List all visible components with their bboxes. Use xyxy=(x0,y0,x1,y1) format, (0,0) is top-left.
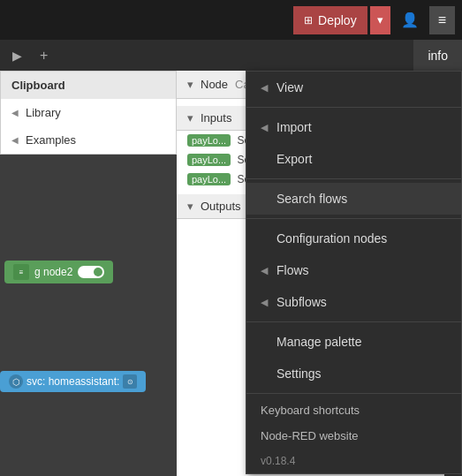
menu-item-flows[interactable]: ◀ Flows xyxy=(246,254,461,286)
outputs-expand-icon: ▾ xyxy=(187,200,193,213)
menu-keyboard-shortcuts-label: Keyboard shortcuts xyxy=(261,404,360,417)
examples-label: Examples xyxy=(26,133,76,147)
menu-item-keyboard-shortcuts[interactable]: Keyboard shortcuts xyxy=(246,397,461,423)
library-label: Library xyxy=(26,106,61,119)
play-icon: ▶ xyxy=(12,49,22,63)
expand-icon: ▾ xyxy=(187,78,193,91)
menu-item-export[interactable]: ◀ Export xyxy=(246,143,461,175)
menu-view-label: View xyxy=(276,80,303,94)
plus-icon: + xyxy=(40,48,48,63)
payload-badge-2: payLo... xyxy=(187,154,231,166)
menu-version: v0.18.4 xyxy=(246,449,461,473)
payload-badge-1: payLo... xyxy=(187,134,231,147)
menu-divider-4 xyxy=(246,321,461,322)
header: ⊞ Deploy ▾ 👤 ≡ xyxy=(0,0,462,40)
ha-node-icon2: ⊙ xyxy=(123,374,137,389)
menu-search-flows-label: Search flows xyxy=(276,192,347,206)
view-arrow-icon: ◀ xyxy=(261,82,268,94)
subflows-arrow-icon: ◀ xyxy=(261,297,268,308)
node-label: g node2 xyxy=(34,266,72,278)
import-arrow-icon: ◀ xyxy=(261,122,268,133)
menu-divider-1 xyxy=(246,107,461,108)
menu-item-node-red-website[interactable]: Node-RED website xyxy=(246,423,461,449)
menu-settings-label: Settings xyxy=(276,366,322,381)
node-blue-icon: ⬡ xyxy=(9,374,23,389)
deploy-button[interactable]: ⊞ Deploy xyxy=(293,6,367,34)
node-icon: ≡ xyxy=(13,264,29,280)
user-icon: 👤 xyxy=(401,11,419,28)
canvas-node-green[interactable]: ≡ g node2 xyxy=(4,261,113,283)
menu-item-configuration-nodes[interactable]: ◀ Configuration nodes xyxy=(246,223,461,254)
dropdown-menu: ◀ View ◀ Import ◀ Export ◀ Search flows … xyxy=(246,71,462,474)
hamburger-menu-button[interactable]: ≡ xyxy=(429,6,455,34)
tab-bar: ▶ + info xyxy=(0,40,462,71)
outputs-label: Outputs xyxy=(201,200,241,213)
menu-divider-3 xyxy=(246,218,461,219)
menu-item-view[interactable]: ◀ View xyxy=(246,72,461,103)
inputs-label: Inputs xyxy=(201,111,231,125)
node-panel-title: Node xyxy=(201,78,228,91)
inputs-expand-icon: ▾ xyxy=(187,111,193,125)
menu-item-settings[interactable]: ◀ Settings xyxy=(246,358,461,389)
menu-export-label: Export xyxy=(276,152,312,166)
payload-badge-3: payLo... xyxy=(187,173,231,185)
ha-node-label: svc: homeassistant: xyxy=(27,375,119,388)
menu-version-label: v0.18.4 xyxy=(261,455,295,467)
clipboard-header[interactable]: Clipboard xyxy=(1,72,176,99)
menu-config-nodes-label: Configuration nodes xyxy=(276,231,387,246)
examples-chevron-icon: ◀ xyxy=(11,135,19,145)
menu-import-label: Import xyxy=(276,120,312,134)
flows-arrow-icon: ◀ xyxy=(261,265,268,276)
examples-item[interactable]: ◀ Examples xyxy=(1,126,176,154)
node-toggle-inner xyxy=(94,268,102,276)
menu-item-import[interactable]: ◀ Import xyxy=(246,111,461,143)
menu-manage-palette-label: Manage palette xyxy=(276,335,362,349)
menu-item-search-flows[interactable]: ◀ Search flows xyxy=(246,183,461,215)
left-panel: Clipboard ◀ Library ◀ Examples xyxy=(0,71,177,155)
library-chevron-icon: ◀ xyxy=(11,108,19,117)
menu-divider-2 xyxy=(246,178,461,179)
tab-play-button[interactable]: ▶ xyxy=(4,43,31,68)
user-button[interactable]: 👤 xyxy=(392,6,428,34)
deploy-label: Deploy xyxy=(318,13,357,27)
menu-item-manage-palette[interactable]: ◀ Manage palette xyxy=(246,326,461,358)
menu-item-subflows[interactable]: ◀ Subflows xyxy=(246,286,461,318)
tab-info-button[interactable]: info xyxy=(413,40,462,71)
canvas-node-blue[interactable]: ⬡ svc: homeassistant: ⊙ xyxy=(0,371,146,392)
menu-node-red-website-label: Node-RED website xyxy=(261,429,359,442)
deploy-dropdown-button[interactable]: ▾ xyxy=(370,6,390,34)
menu-divider-5 xyxy=(246,393,461,394)
node-toggle[interactable] xyxy=(78,266,104,278)
library-item[interactable]: ◀ Library xyxy=(1,99,176,126)
chevron-down-icon: ▾ xyxy=(377,13,383,26)
clipboard-label: Clipboard xyxy=(11,79,65,92)
deploy-icon: ⊞ xyxy=(304,14,313,26)
tab-info-label: info xyxy=(428,49,448,63)
tab-add-button[interactable]: + xyxy=(31,42,57,69)
hamburger-icon: ≡ xyxy=(438,12,446,28)
menu-flows-label: Flows xyxy=(276,263,309,277)
menu-subflows-label: Subflows xyxy=(276,295,327,309)
